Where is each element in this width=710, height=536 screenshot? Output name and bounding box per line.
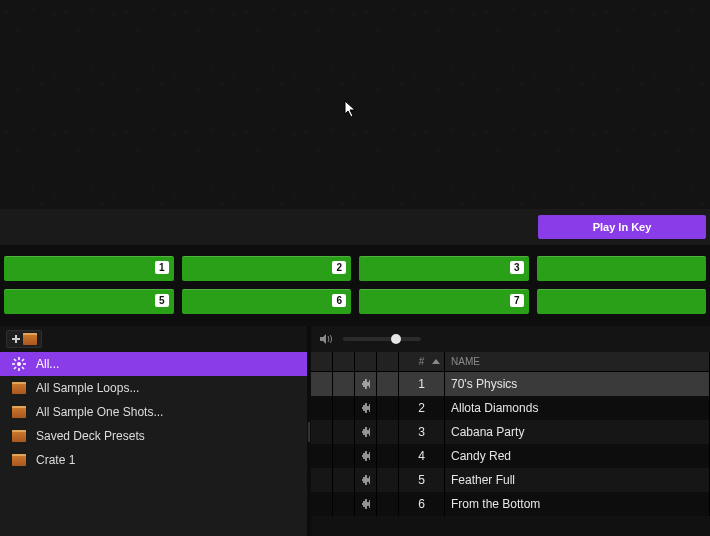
sidebar-item[interactable]: Crate 1: [0, 448, 307, 472]
row-name: Candy Red: [451, 449, 511, 463]
table-row[interactable]: 5Feather Full: [311, 468, 710, 492]
cell-name: Cabana Party: [445, 420, 710, 444]
cell-number: 1: [399, 372, 445, 396]
sidebar-item-label: All...: [36, 357, 59, 371]
pad-number-badge: 1: [155, 261, 169, 274]
play-in-key-button[interactable]: Play In Key: [538, 215, 706, 239]
cell-blank-2: [377, 492, 399, 516]
sample-pad[interactable]: 3: [359, 256, 529, 281]
waveform-icon: [361, 378, 370, 390]
pad-number-badge: 6: [332, 294, 346, 307]
crate-sidebar: All...All Sample Loops...All Sample One …: [0, 326, 307, 536]
cell-blank: [333, 468, 355, 492]
column-number[interactable]: #: [399, 352, 445, 371]
all-samples-icon: [12, 357, 26, 371]
sidebar-item-label: Saved Deck Presets: [36, 429, 145, 443]
crate-icon: [23, 333, 37, 345]
cell-waveform: [355, 372, 377, 396]
sample-pad[interactable]: 2: [182, 256, 352, 281]
cell-selection: [311, 444, 333, 468]
sample-pad[interactable]: 6: [182, 289, 352, 314]
pane-divider[interactable]: [307, 326, 311, 536]
sidebar-item-label: Crate 1: [36, 453, 75, 467]
waveform-icon: [361, 474, 370, 486]
cell-name: From the Bottom: [445, 492, 710, 516]
table-row[interactable]: 170's Physics: [311, 372, 710, 396]
cell-blank-2: [377, 420, 399, 444]
speaker-icon: [319, 333, 333, 345]
waveform-icon: [361, 402, 370, 414]
cell-name: 70's Physics: [445, 372, 710, 396]
row-number: 5: [418, 473, 425, 487]
pad-number-badge: 3: [510, 261, 524, 274]
add-crate-button[interactable]: [6, 330, 42, 348]
crate-icon: [12, 406, 26, 418]
row-number: 4: [418, 449, 425, 463]
table-row[interactable]: 4Candy Red: [311, 444, 710, 468]
cell-waveform: [355, 468, 377, 492]
table-row[interactable]: 6From the Bottom: [311, 492, 710, 516]
cell-number: 3: [399, 420, 445, 444]
sample-pad[interactable]: [537, 289, 707, 314]
waveform-icon: [361, 498, 370, 510]
cell-selection: [311, 396, 333, 420]
table-header: # NAME: [311, 352, 710, 372]
cell-blank-2: [377, 444, 399, 468]
audition-volume-slider[interactable]: [343, 337, 421, 341]
cursor-icon: [344, 100, 358, 118]
cell-number: 2: [399, 396, 445, 420]
svg-point-0: [17, 362, 21, 366]
cell-selection: [311, 372, 333, 396]
row-name: Allota Diamonds: [451, 401, 538, 415]
cell-name: Feather Full: [445, 468, 710, 492]
crate-list: All...All Sample Loops...All Sample One …: [0, 352, 307, 536]
pad-row-1: 123: [0, 252, 710, 285]
cell-selection: [311, 468, 333, 492]
cell-waveform: [355, 444, 377, 468]
sidebar-item-label: All Sample One Shots...: [36, 405, 163, 419]
column-name-label: NAME: [451, 356, 480, 367]
sample-pad[interactable]: 5: [4, 289, 174, 314]
cell-waveform: [355, 492, 377, 516]
cell-waveform: [355, 420, 377, 444]
row-number: 6: [418, 497, 425, 511]
column-selection[interactable]: [311, 352, 333, 371]
cell-number: 5: [399, 468, 445, 492]
sidebar-item[interactable]: All Sample One Shots...: [0, 400, 307, 424]
waveform-icon: [361, 450, 370, 462]
sample-pad[interactable]: 1: [4, 256, 174, 281]
table-row[interactable]: 3Cabana Party: [311, 420, 710, 444]
preview-area: [0, 0, 710, 209]
cell-blank: [333, 492, 355, 516]
cell-name: Allota Diamonds: [445, 396, 710, 420]
column-waveform[interactable]: [355, 352, 377, 371]
pad-number-badge: 7: [510, 294, 524, 307]
column-name[interactable]: NAME: [445, 352, 710, 371]
column-blank-2[interactable]: [377, 352, 399, 371]
table-row[interactable]: 2Allota Diamonds: [311, 396, 710, 420]
sidebar-item-label: All Sample Loops...: [36, 381, 139, 395]
crate-icon: [12, 382, 26, 394]
cell-number: 4: [399, 444, 445, 468]
cell-blank-2: [377, 468, 399, 492]
cell-blank-2: [377, 396, 399, 420]
audition-bar: [311, 326, 710, 352]
library-pane: All...All Sample Loops...All Sample One …: [0, 326, 710, 536]
sample-pad[interactable]: 7: [359, 289, 529, 314]
sample-browser: # NAME 170's Physics2Allota Diamonds3Cab…: [311, 326, 710, 536]
column-number-label: #: [419, 356, 425, 367]
cell-name: Candy Red: [445, 444, 710, 468]
cell-blank-2: [377, 372, 399, 396]
sidebar-item[interactable]: All...: [0, 352, 307, 376]
plus-icon: [11, 334, 21, 344]
crate-icon: [12, 454, 26, 466]
sample-pad[interactable]: [537, 256, 707, 281]
cell-blank: [333, 372, 355, 396]
cell-waveform: [355, 396, 377, 420]
sample-pads: 123 567: [0, 245, 710, 326]
row-name: From the Bottom: [451, 497, 540, 511]
sidebar-item[interactable]: Saved Deck Presets: [0, 424, 307, 448]
column-blank-1[interactable]: [333, 352, 355, 371]
sidebar-item[interactable]: All Sample Loops...: [0, 376, 307, 400]
crate-icon: [12, 430, 26, 442]
